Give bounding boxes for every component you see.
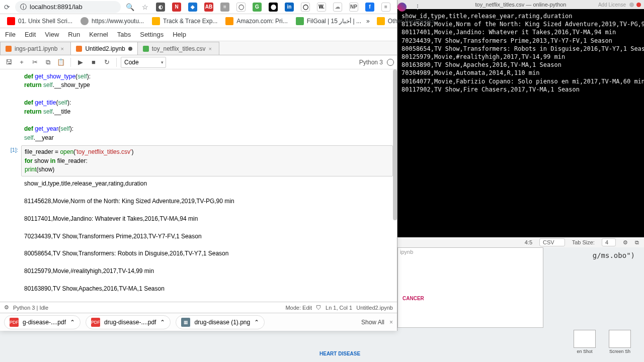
linkedin-icon[interactable]: in — [285, 3, 294, 12]
code-body[interactable]: def get_show_type(self): return self.__s… — [21, 72, 393, 144]
tabsize-label: Tab Size: — [572, 239, 595, 245]
menu-settings[interactable]: Settings — [140, 31, 164, 38]
download-item[interactable]: PDFg-disease-....pdf⌃ — [4, 315, 80, 329]
scrollbar[interactable] — [393, 69, 397, 220]
code-body[interactable]: file_reader = open('toy_netflix_titles.c… — [21, 145, 393, 176]
download-label: g-disease-....pdf — [23, 319, 66, 326]
close-icon[interactable]: × — [209, 46, 214, 51]
close-downloads-icon[interactable]: × — [389, 319, 393, 326]
bookmark-label: 01. Unix Shell Scri... — [18, 18, 72, 25]
run-button[interactable]: ▶ — [75, 57, 86, 68]
amazon-icon — [225, 17, 233, 25]
min-dot[interactable] — [629, 3, 634, 7]
ext-icon-4[interactable]: AB — [204, 3, 213, 12]
browser-toolbar: ⟳ ⓘ localhost:8891/lab 🔍 ☆ ◐ N ◆ AB ≡ ◯ … — [0, 0, 397, 14]
download-label: drug-disease-....pdf — [104, 319, 156, 326]
tabsize-select[interactable]: 4 — [602, 238, 616, 246]
unsaved-dot-icon — [128, 47, 132, 51]
bookmark-item[interactable]: FilGoal | أخبار 15 | ... — [293, 16, 364, 26]
notebook-icon — [76, 46, 82, 52]
kernel-name[interactable]: Python 3 — [359, 59, 383, 66]
ext-icon-1[interactable]: ◐ — [156, 3, 165, 12]
chevron-up-icon[interactable]: ⌃ — [254, 319, 259, 326]
bookmark-label: FilGoal | أخبار 15 | ... — [307, 18, 361, 25]
ext-icon-10[interactable]: W. — [317, 3, 326, 12]
cut-button[interactable]: ✂ — [29, 57, 40, 68]
desktop-file[interactable]: Screen Sh — [608, 330, 632, 354]
menu-run[interactable]: Run — [68, 31, 80, 38]
other-bookmarks[interactable]: Other Bookmarks — [374, 16, 438, 26]
bookmark-label: Track & Trace Exp... — [163, 18, 217, 25]
ext-icon-8[interactable]: ⬤ — [269, 3, 278, 12]
ext-icon-2[interactable]: N — [172, 3, 181, 12]
menu-edit[interactable]: Edit — [25, 31, 36, 38]
ext-icon-13[interactable]: ≡ — [381, 3, 390, 12]
stop-button[interactable]: ■ — [88, 57, 99, 68]
code-cell-fragment[interactable]: def get_show_type(self): return self.__s… — [4, 72, 393, 144]
tab-untitled2[interactable]: Untitled2.ipynb — [70, 42, 137, 55]
search-icon[interactable]: 🔍 — [126, 3, 134, 11]
menu-help[interactable]: Help — [173, 31, 186, 38]
close-dot[interactable] — [636, 3, 641, 7]
paste-button[interactable]: 📋 — [55, 57, 66, 68]
ext-icon-5[interactable]: ≡ — [220, 3, 229, 12]
restart-button[interactable]: ↻ — [101, 57, 112, 68]
ext-icon-7[interactable]: G — [253, 3, 262, 12]
close-icon[interactable]: × — [60, 46, 65, 51]
globe-icon — [80, 17, 89, 25]
site-info-icon[interactable]: ⓘ — [20, 3, 27, 12]
address-bar[interactable]: ⓘ localhost:8891/lab — [15, 1, 121, 13]
celltype-select[interactable]: Code — [121, 57, 166, 68]
filename-status: Untitled2.ipynb — [356, 305, 393, 311]
copy-button[interactable]: ⧉ — [42, 57, 53, 68]
desktop-file[interactable]: en Shot — [573, 330, 597, 354]
menu-tabs[interactable]: Tabs — [117, 31, 131, 38]
reload-icon[interactable]: ⟳ — [4, 3, 10, 11]
save-button[interactable]: 🖫 — [3, 57, 14, 68]
ext-icon-11[interactable]: ☁ — [333, 3, 342, 12]
background-window: ipynb — [397, 247, 543, 328]
profile-avatar[interactable] — [397, 3, 407, 12]
kebab-menu-icon[interactable]: ⋮ — [414, 3, 422, 11]
add-license-link[interactable]: Add License — [598, 2, 626, 8]
cursor-position: Ln 1, Col 1 — [326, 305, 352, 311]
tab-ings-part1[interactable]: ings-part1.ipynb× — [0, 42, 71, 55]
language-select[interactable]: CSV — [539, 238, 565, 246]
bookmark-item[interactable]: Track & Trace Exp... — [149, 16, 220, 26]
bookmark-item[interactable]: https://www.youtu... — [77, 16, 147, 26]
chevron-up-icon[interactable]: ⌃ — [70, 319, 75, 326]
gear-icon[interactable]: ⚙ — [623, 239, 628, 246]
ext-icon-9[interactable]: ◯ — [301, 3, 310, 12]
menu-kernel[interactable]: Kernel — [89, 31, 108, 38]
star-icon[interactable]: ☆ — [141, 3, 149, 11]
bookmarks-overflow[interactable]: » — [366, 18, 370, 25]
ext-icon-6[interactable]: ◯ — [236, 3, 246, 12]
output-body: show_id,type,title,release_year,rating,d… — [21, 177, 393, 302]
downloads-bar: PDFg-disease-....pdf⌃ PDFdrug-disease-..… — [0, 313, 397, 331]
ext-icon-3[interactable]: ◆ — [188, 3, 197, 12]
lsp-icon[interactable]: ⚙ — [4, 304, 9, 311]
separator — [116, 58, 117, 67]
show-all-downloads[interactable]: Show All — [361, 319, 384, 326]
insert-cell-button[interactable]: + — [16, 57, 27, 68]
bookmark-item[interactable]: 01. Unix Shell Scri... — [4, 16, 75, 26]
editor-title: toy_netflix_titles.csv — online-python — [475, 2, 567, 8]
mode-indicator: Mode: Edit — [285, 305, 312, 311]
ext-icon-12[interactable]: NP — [349, 3, 358, 12]
share-icon[interactable]: ⧉ — [635, 239, 639, 246]
notebook-icon — [6, 46, 12, 52]
download-item[interactable]: ▦drug-disease (1).png⌃ — [176, 315, 265, 329]
code-cell-1[interactable]: [1]: file_reader = open('toy_netflix_tit… — [4, 145, 393, 176]
notebook-area[interactable]: def get_show_type(self): return self.__s… — [0, 69, 397, 302]
cursor-pos: 4:5 — [525, 239, 532, 245]
jupyter-menubar: File Edit View Run Kernel Tabs Settings … — [0, 28, 397, 41]
bookmark-item[interactable]: Amazon.com: Pri... — [222, 16, 290, 26]
csv-icon — [143, 46, 149, 52]
chevron-up-icon[interactable]: ⌃ — [160, 319, 165, 326]
download-item[interactable]: PDFdrug-disease-....pdf⌃ — [86, 315, 171, 329]
trust-icon[interactable]: ⛉ — [316, 305, 321, 311]
menu-file[interactable]: File — [5, 31, 16, 38]
tab-csv[interactable]: toy_netflix_titles.csv× — [137, 42, 219, 55]
facebook-icon[interactable]: f — [365, 3, 374, 12]
menu-view[interactable]: View — [45, 31, 59, 38]
